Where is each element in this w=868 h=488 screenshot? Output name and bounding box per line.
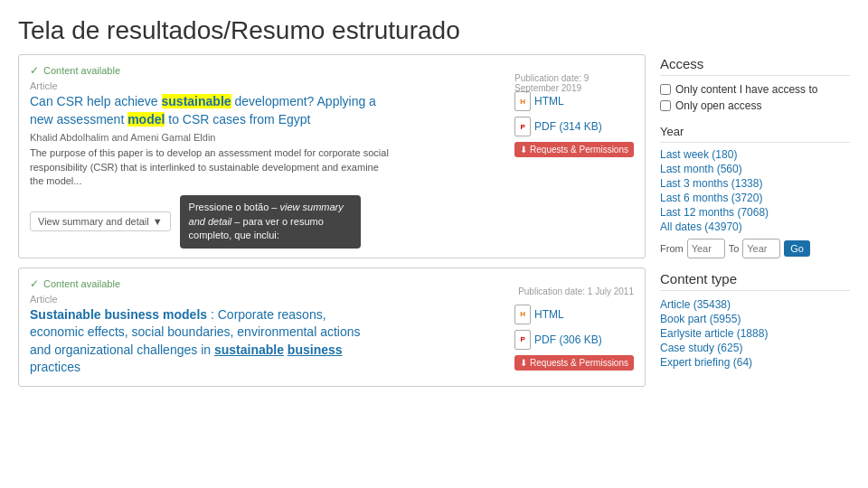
article-title-1[interactable]: Can CSR help achieve sustainable develop… xyxy=(30,93,382,128)
access-option-0[interactable]: Only content I have access to xyxy=(660,83,850,96)
access-option-1[interactable]: Only open access xyxy=(660,99,850,112)
year-item-1[interactable]: Last month (560) xyxy=(660,163,850,175)
requests-icon-1: ⬇ xyxy=(520,145,527,155)
year-item-0[interactable]: Last week (180) xyxy=(660,148,850,161)
content-type-item-2[interactable]: Earlysite article (1888) xyxy=(660,327,850,340)
title-row-2: Article Sustainable business models : Co… xyxy=(30,294,634,377)
content-type-item-0[interactable]: Article (35438) xyxy=(660,298,850,311)
year-item-3[interactable]: Last 6 months (3720) xyxy=(660,192,850,204)
to-label: To xyxy=(729,243,740,254)
year-title: Year xyxy=(660,125,850,143)
title-highlight-1: sustainable xyxy=(162,94,231,108)
title-bold3-2: business xyxy=(288,343,343,357)
article-title-2[interactable]: Sustainable business models : Corporate … xyxy=(30,306,382,377)
pdf-icon-2: P xyxy=(514,330,531,350)
check-icon-2: ✓ xyxy=(30,277,39,290)
to-year-input[interactable] xyxy=(742,239,780,258)
access-label-0: Only content I have access to xyxy=(675,83,817,96)
requests-label-1: Requests & Permissions xyxy=(530,145,628,155)
content-type-item-3[interactable]: Case study (625) xyxy=(660,342,850,354)
content-type-title: Content type xyxy=(660,271,850,291)
pdf-icon-1: P xyxy=(514,117,531,136)
formats-area-1: Publication date: 9 September 2019 H HTM… xyxy=(514,91,634,157)
html-link-1[interactable]: H HTML xyxy=(514,91,634,111)
tooltip-box-1: Pressione o botão – view summary and det… xyxy=(180,195,361,248)
check-icon-1: ✓ xyxy=(30,64,39,77)
pdf-link-2[interactable]: P PDF (306 KB) xyxy=(514,330,634,350)
formats-area-2: Publication date: 1 July 2011 H HTML P P… xyxy=(514,305,634,371)
year-range-row: From To Go xyxy=(660,239,850,258)
requests-icon-2: ⬇ xyxy=(520,358,527,368)
pub-date-1: Publication date: 9 September 2019 xyxy=(514,73,634,93)
access-checkbox-1[interactable] xyxy=(660,100,671,111)
requests-label-2: Requests & Permissions xyxy=(530,358,628,368)
abstract-1: The purpose of this paper is to develop … xyxy=(30,146,392,188)
year-item-2[interactable]: Last 3 months (1338) xyxy=(660,177,850,190)
result-card-1: ✓ Content available Article Can CSR help… xyxy=(18,54,646,258)
content-available-label-2: Content available xyxy=(43,278,120,289)
content-type-item-1[interactable]: Book part (5955) xyxy=(660,313,850,325)
title-bold1-2: Sustainable business models xyxy=(30,307,207,322)
sidebar: Access Only content I have access to Onl… xyxy=(660,54,850,387)
access-checkbox-0[interactable] xyxy=(660,84,671,95)
year-item-4[interactable]: Last 12 months (7068) xyxy=(660,206,850,219)
pdf-link-1[interactable]: P PDF (314 KB) xyxy=(514,117,634,136)
tooltip-pre-1: Pressione o botão – xyxy=(189,202,280,212)
view-summary-label-1: View summary and detail xyxy=(38,216,149,227)
html-icon-1: H xyxy=(514,91,531,111)
pub-date-2: Publication date: 1 July 2011 xyxy=(518,286,634,296)
chevron-down-icon-1: ▼ xyxy=(153,216,163,227)
view-summary-btn-1[interactable]: View summary and detail ▼ xyxy=(30,211,171,231)
from-year-input[interactable] xyxy=(687,239,725,258)
content-type-item-4[interactable]: Expert briefing (64) xyxy=(660,356,850,369)
html-label-2: HTML xyxy=(534,308,564,321)
requests-btn-2[interactable]: ⬇ Requests & Permissions xyxy=(514,355,634,371)
requests-btn-1[interactable]: ⬇ Requests & Permissions xyxy=(514,142,634,157)
pdf-label-2: PDF (306 KB) xyxy=(534,333,602,346)
access-label-1: Only open access xyxy=(675,99,761,112)
go-button[interactable]: Go xyxy=(784,240,810,257)
title-bold2-2: sustainable xyxy=(214,343,284,357)
year-item-5[interactable]: All dates (43970) xyxy=(660,221,850,233)
html-link-2[interactable]: H HTML xyxy=(514,305,634,324)
pdf-label-1: PDF (314 KB) xyxy=(534,120,602,133)
title-highlight2-1: model xyxy=(127,112,165,127)
page-title: Tela de resultados/Resumo estruturado xyxy=(0,0,868,54)
sidebar-year-section: Year Last week (180) Last month (560) La… xyxy=(660,125,850,258)
title-row-1: Article Can CSR help achieve sustainable… xyxy=(30,80,634,188)
bottom-row-1: View summary and detail ▼ Pressione o bo… xyxy=(30,195,634,248)
results-area: ✓ Content available Article Can CSR help… xyxy=(18,54,646,387)
sidebar-access-section: Access Only content I have access to Onl… xyxy=(660,56,850,112)
html-icon-2: H xyxy=(514,305,531,324)
access-title: Access xyxy=(660,56,850,76)
html-label-1: HTML xyxy=(534,95,564,108)
content-available-label-1: Content available xyxy=(43,65,120,76)
title-post2-2: practices xyxy=(30,360,80,374)
title-text-post-1: to CSR cases from Egypt xyxy=(165,112,310,127)
sidebar-content-type-section: Content type Article (35438) Book part (… xyxy=(660,271,850,369)
title-text-pre-1: Can CSR help achieve xyxy=(30,94,162,108)
from-label: From xyxy=(660,243,684,254)
result-card-2: ✓ Content available Article Sustainable … xyxy=(18,267,646,387)
